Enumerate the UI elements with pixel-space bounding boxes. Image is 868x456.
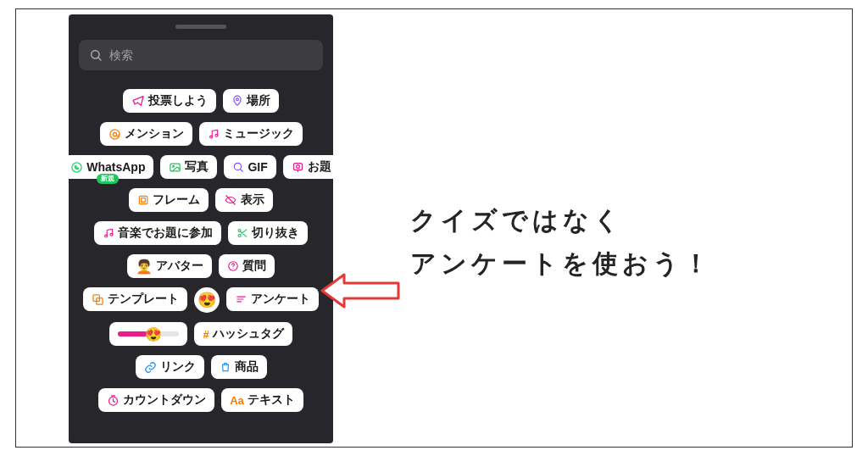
sticker-row: リンク商品 bbox=[75, 355, 326, 379]
sticker-question[interactable]: 質問 bbox=[219, 254, 275, 278]
sticker-gif[interactable]: GIF bbox=[224, 155, 275, 179]
sticker-label: お題 bbox=[308, 159, 331, 175]
annotation-arrow bbox=[320, 268, 401, 318]
sticker-product[interactable]: 商品 bbox=[211, 355, 267, 379]
sticker-template[interactable]: テンプレート bbox=[83, 287, 187, 311]
template-icon bbox=[92, 293, 104, 306]
sticker-vote[interactable]: 投票しよう bbox=[123, 89, 216, 113]
svg-point-4 bbox=[113, 132, 116, 136]
sticker-link[interactable]: リンク bbox=[136, 355, 204, 379]
sticker-photo[interactable]: 写真 bbox=[160, 155, 217, 179]
sticker-label: テキスト bbox=[248, 392, 295, 408]
sticker-hashtag[interactable]: #ハッシュタグ bbox=[194, 322, 292, 346]
sticker-prompt[interactable]: お題 bbox=[283, 155, 333, 179]
question-icon bbox=[227, 260, 239, 272]
svg-point-17 bbox=[105, 235, 108, 237]
sticker-label: アンケート bbox=[251, 292, 310, 307]
sticker-label: 質問 bbox=[242, 259, 266, 274]
location-icon bbox=[231, 95, 243, 107]
sticker-label: WhatsApp bbox=[86, 160, 145, 174]
sticker-visibility[interactable]: 表示 bbox=[215, 188, 273, 212]
svg-point-13 bbox=[296, 164, 299, 168]
svg-point-18 bbox=[110, 233, 113, 236]
sticker-poll[interactable]: アンケート bbox=[226, 287, 319, 311]
sticker-grid: 投票しよう場所メンションミュージックWhatsApp新規写真GIFお題フレーム表… bbox=[69, 89, 333, 437]
sticker-label: フレーム bbox=[153, 192, 200, 208]
hashtag-prefix-icon: # bbox=[203, 328, 209, 341]
svg-line-1 bbox=[98, 58, 101, 60]
sticker-label: カウントダウン bbox=[123, 392, 206, 408]
sticker-row: 🧑‍🦱アバター質問 bbox=[75, 254, 326, 278]
phone-notch bbox=[175, 25, 226, 29]
caption-line-2: アンケートを使おう！ bbox=[410, 242, 713, 285]
whatsapp-icon bbox=[70, 161, 83, 174]
sticker-row: 音楽でお題に参加切り抜き bbox=[75, 221, 326, 245]
outer-frame: 投票しよう場所メンションミュージックWhatsApp新規写真GIFお題フレーム表… bbox=[15, 8, 853, 448]
sticker-whatsapp[interactable]: WhatsApp新規 bbox=[69, 155, 153, 179]
sticker-label: テンプレート bbox=[108, 292, 179, 307]
visibility-icon bbox=[224, 194, 237, 206]
mobile-sticker-tray: 投票しよう場所メンションミュージックWhatsApp新規写真GIFお題フレーム表… bbox=[69, 14, 333, 443]
avatar-emoji-icon: 🧑‍🦱 bbox=[136, 259, 153, 275]
sticker-label: 表示 bbox=[241, 192, 264, 208]
countdown-icon bbox=[107, 394, 120, 407]
svg-point-3 bbox=[109, 129, 119, 138]
svg-rect-14 bbox=[139, 196, 147, 203]
sticker-frame[interactable]: フレーム bbox=[129, 188, 209, 212]
svg-rect-15 bbox=[142, 198, 146, 203]
sticker-row: カウントダウンAaテキスト bbox=[75, 388, 326, 412]
sticker-label: 場所 bbox=[247, 93, 270, 108]
sticker-row: 投票しよう場所 bbox=[75, 89, 326, 113]
sticker-label: 商品 bbox=[235, 359, 259, 375]
text-prefix-icon: Aa bbox=[230, 394, 244, 407]
frame-icon bbox=[137, 194, 149, 206]
prompt-icon bbox=[292, 161, 304, 174]
sticker-label: アバター bbox=[156, 259, 203, 274]
sticker-row: WhatsApp新規写真GIFお題 bbox=[75, 155, 326, 179]
emoji-slider-sticker[interactable]: 😍 bbox=[109, 322, 187, 346]
search-input[interactable] bbox=[109, 48, 313, 62]
sticker-cutout[interactable]: 切り抜き bbox=[228, 221, 308, 245]
poll-icon bbox=[235, 293, 248, 305]
vote-icon bbox=[131, 94, 145, 108]
music-prompt-icon bbox=[103, 227, 114, 239]
emoji-reaction-sticker[interactable]: 😍 bbox=[194, 287, 220, 313]
svg-point-6 bbox=[215, 134, 218, 136]
svg-point-22 bbox=[233, 268, 234, 269]
caption-line-1: クイズではなく bbox=[410, 198, 713, 242]
gif-icon bbox=[232, 161, 244, 173]
sticker-label: 音楽でお題に参加 bbox=[118, 225, 213, 241]
sticker-label: リンク bbox=[160, 359, 196, 375]
sticker-text[interactable]: Aaテキスト bbox=[221, 388, 303, 412]
sticker-avatar[interactable]: 🧑‍🦱アバター bbox=[127, 254, 212, 278]
svg-point-7 bbox=[72, 162, 81, 171]
sticker-music-prompt[interactable]: 音楽でお題に参加 bbox=[94, 221, 221, 245]
sticker-row: メンションミュージック bbox=[75, 122, 326, 146]
svg-point-5 bbox=[209, 136, 212, 138]
sticker-label: ハッシュタグ bbox=[213, 326, 284, 342]
link-icon bbox=[144, 361, 157, 374]
sticker-countdown[interactable]: カウントダウン bbox=[98, 388, 214, 412]
search-bar[interactable] bbox=[79, 40, 323, 70]
sticker-row: テンプレート😍アンケート bbox=[75, 287, 326, 313]
sticker-row: フレーム表示 bbox=[75, 188, 326, 212]
cutout-icon bbox=[236, 227, 248, 239]
svg-point-2 bbox=[236, 98, 239, 101]
sticker-label: GIF bbox=[248, 160, 267, 174]
svg-point-9 bbox=[173, 165, 175, 167]
sticker-label: 投票しよう bbox=[148, 93, 208, 108]
annotation-caption: クイズではなく アンケートを使おう！ bbox=[410, 198, 713, 285]
photo-icon bbox=[169, 161, 181, 174]
sticker-mention[interactable]: メンション bbox=[100, 122, 192, 146]
search-icon bbox=[89, 48, 103, 62]
product-icon bbox=[220, 361, 231, 373]
sticker-label: 写真 bbox=[185, 159, 209, 175]
svg-rect-12 bbox=[293, 163, 302, 170]
svg-marker-29 bbox=[322, 275, 398, 307]
sticker-label: メンション bbox=[125, 126, 184, 142]
sticker-location[interactable]: 場所 bbox=[223, 89, 279, 113]
sticker-music[interactable]: ミュージック bbox=[199, 122, 303, 146]
svg-line-11 bbox=[241, 170, 243, 172]
sticker-label: 切り抜き bbox=[252, 225, 299, 241]
sticker-row: 😍#ハッシュタグ bbox=[75, 322, 326, 346]
